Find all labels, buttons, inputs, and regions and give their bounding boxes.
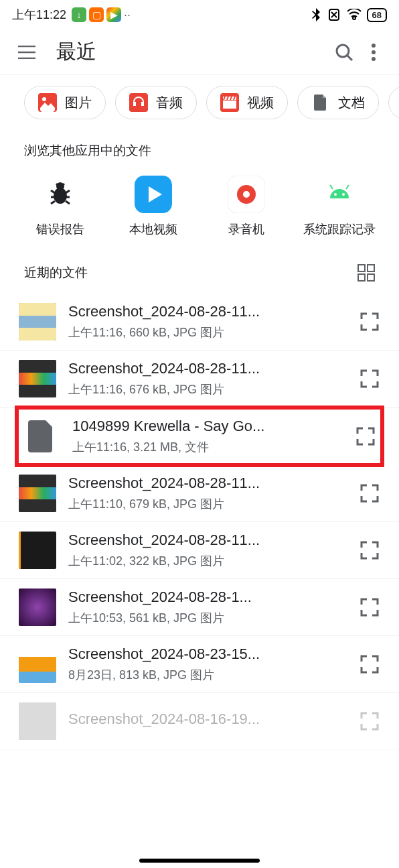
grid-view-button[interactable]	[357, 264, 375, 282]
file-name: Screenshot_2024-08-28-11...	[68, 532, 296, 549]
android-icon	[321, 176, 358, 213]
svg-point-16	[334, 193, 337, 196]
expand-button[interactable]	[355, 598, 384, 617]
file-meta: 8月23日, 813 kB, JPG 图片	[68, 667, 343, 683]
expand-button[interactable]	[355, 712, 384, 731]
file-list: Screenshot_2024-08-28-11... 上午11:16, 660…	[0, 294, 399, 750]
app-android[interactable]: 系统跟踪记录	[296, 176, 383, 237]
filter-chip-clapper[interactable]: 视频	[206, 86, 288, 119]
file-thumbnail	[19, 588, 56, 626]
svg-point-15	[243, 191, 250, 198]
expand-button[interactable]	[355, 541, 384, 560]
app-rec[interactable]: 录音机	[203, 176, 290, 237]
file-row[interactable]: Screenshot_2024-08-23-15... 8月23日, 813 k…	[0, 636, 399, 693]
filter-chip-headphone[interactable]: 音频	[115, 86, 197, 119]
file-meta: 上午11:10, 679 kB, JPG 图片	[68, 496, 343, 512]
file-thumbnail	[23, 418, 60, 455]
svg-rect-21	[368, 274, 374, 281]
apps-row: 错误报告本地视频录音机系统跟踪记录	[0, 168, 399, 251]
app-bug[interactable]: 错误报告	[17, 176, 104, 237]
svg-point-1	[337, 45, 349, 57]
image-icon	[38, 93, 57, 112]
chip-label: 文档	[338, 94, 365, 112]
status-bar: 上午11:22 ↓ ▢ ▶ ·· 68	[0, 0, 399, 29]
file-row[interactable]: Screenshot_2024-08-28-1... 上午10:53, 561 …	[0, 579, 399, 636]
app-label: 系统跟踪记录	[303, 221, 376, 237]
app-label: 录音机	[228, 221, 264, 237]
file-meta: 上午11:16, 660 kB, JPG 图片	[68, 324, 343, 340]
file-thumbnail	[19, 475, 56, 512]
expand-button[interactable]	[351, 427, 380, 446]
app-play[interactable]: 本地视频	[110, 176, 197, 237]
svg-point-17	[342, 193, 345, 196]
file-row[interactable]: 1049899 Krewella - Say Go... 上午11:16, 3.…	[15, 406, 384, 467]
svg-point-3	[372, 50, 376, 54]
chip-label: 音频	[156, 94, 183, 112]
file-thumbnail	[19, 702, 56, 740]
app-bar: 最近	[0, 29, 399, 75]
file-meta: 上午10:53, 561 kB, JPG 图片	[68, 610, 343, 626]
status-bar-right: 68	[311, 8, 387, 22]
expand-button[interactable]	[355, 655, 384, 674]
filter-chip-doc[interactable]: 文档	[297, 86, 379, 119]
svg-point-6	[42, 97, 46, 101]
file-thumbnail	[19, 303, 56, 340]
browse-apps-header: 浏览其他应用中的文件	[0, 130, 399, 168]
file-meta: 上午11:16, 3.21 MB, 文件	[72, 439, 339, 455]
play-store-icon: ▶	[106, 7, 121, 22]
file-row[interactable]: Screenshot_2024-08-28-11... 上午11:02, 322…	[0, 522, 399, 579]
expand-button[interactable]	[355, 369, 384, 388]
more-notif-icon: ··	[124, 8, 131, 22]
expand-button[interactable]	[355, 312, 384, 331]
clapper-icon	[220, 93, 239, 112]
svg-rect-9	[223, 101, 236, 109]
file-name: Screenshot_2024-08-16-19...	[68, 710, 296, 728]
file-name: Screenshot_2024-08-28-11...	[68, 475, 296, 492]
filter-chips: 图片音频视频文档	[0, 75, 399, 130]
chip-label: 图片	[65, 94, 92, 112]
filter-chip-more[interactable]	[388, 86, 399, 119]
file-info: Screenshot_2024-08-28-11... 上午11:10, 679…	[56, 475, 355, 512]
rec-icon	[228, 176, 265, 213]
status-app-icons: ↓ ▢ ▶ ··	[72, 7, 131, 22]
headphone-icon	[129, 93, 148, 112]
battery-indicator: 68	[367, 8, 387, 22]
recent-files-title: 近期的文件	[24, 264, 88, 282]
svg-rect-18	[358, 265, 365, 271]
file-row[interactable]: Screenshot_2024-08-28-11... 上午11:16, 660…	[0, 294, 399, 351]
file-row[interactable]: Screenshot_2024-08-16-19...	[0, 693, 399, 750]
file-meta: 上午11:16, 676 kB, JPG 图片	[68, 381, 343, 397]
search-button[interactable]	[329, 38, 359, 67]
file-name: Screenshot_2024-08-28-11...	[68, 360, 296, 377]
nav-handle[interactable]	[139, 859, 260, 863]
recent-files-header: 近期的文件	[0, 251, 399, 294]
play-icon	[135, 176, 172, 213]
file-name: Screenshot_2024-08-28-11...	[68, 303, 296, 320]
svg-rect-7	[129, 93, 148, 112]
overflow-button[interactable]	[359, 38, 388, 67]
svg-point-2	[372, 44, 376, 48]
page-title: 最近	[56, 38, 329, 66]
svg-rect-20	[358, 274, 365, 281]
file-info: Screenshot_2024-08-28-11... 上午11:16, 660…	[56, 303, 355, 340]
file-info: Screenshot_2024-08-16-19...	[56, 710, 355, 732]
chip-label: 视频	[247, 94, 274, 112]
wifi-icon	[347, 9, 362, 21]
file-row[interactable]: Screenshot_2024-08-28-11... 上午11:16, 676…	[0, 351, 399, 408]
expand-button[interactable]	[355, 484, 384, 503]
battery-level: 68	[372, 10, 382, 20]
file-name: 1049899 Krewella - Say Go...	[72, 418, 300, 435]
status-time: 上午11:22	[12, 7, 66, 23]
file-info: Screenshot_2024-08-23-15... 8月23日, 813 k…	[56, 645, 355, 683]
app-label: 本地视频	[129, 221, 177, 237]
svg-rect-19	[368, 265, 374, 271]
filter-chip-image[interactable]: 图片	[24, 86, 106, 119]
vibrate-icon	[327, 9, 341, 21]
file-info: 1049899 Krewella - Say Go... 上午11:16, 3.…	[60, 418, 351, 455]
file-row[interactable]: Screenshot_2024-08-28-11... 上午11:10, 679…	[0, 465, 399, 522]
file-info: Screenshot_2024-08-28-1... 上午10:53, 561 …	[56, 588, 355, 626]
file-thumbnail	[19, 360, 56, 397]
menu-button[interactable]	[13, 39, 40, 66]
file-meta: 上午11:02, 322 kB, JPG 图片	[68, 553, 343, 569]
download-icon: ↓	[72, 7, 86, 22]
